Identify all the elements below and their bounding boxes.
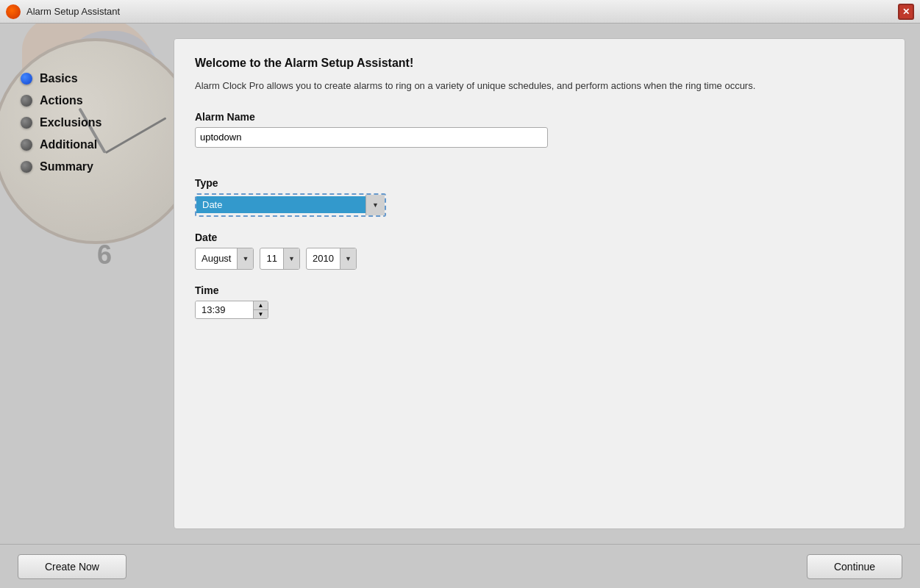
time-decrement-button[interactable]: ▼ [254,310,268,318]
sidebar-item-exclusions[interactable]: Exclusions [15,112,162,134]
main-content: 6 Basics Actions Exclusions [0,24,920,588]
alarm-name-input[interactable] [195,127,548,148]
type-group: Type Date ▼ [195,177,884,217]
time-input-wrapper: 13:39 ▲ ▼ [195,301,268,319]
time-group: Time 13:39 ▲ ▼ [195,284,884,319]
year-dropdown[interactable]: 2010 ▼ [306,248,357,270]
create-now-button[interactable]: Create Now [18,554,126,579]
date-group: Date August ▼ 11 ▼ [195,232,884,270]
sidebar-item-actions[interactable]: Actions [15,90,162,112]
bottom-bar: Create Now Continue [0,544,920,588]
day-arrow[interactable]: ▼ [283,248,299,269]
content-panel: Welcome to the Alarm Setup Assistant! Al… [174,38,905,529]
sidebar-dot-additional [21,139,32,151]
time-value: 13:39 [196,301,253,318]
app-icon [6,4,21,19]
sidebar-dot-summary [21,161,32,173]
sidebar-label-actions: Actions [40,94,83,107]
year-value: 2010 [307,250,340,267]
sidebar-label-additional: Additional [40,138,97,151]
sidebar-dot-actions [21,95,32,107]
type-dropdown-arrow[interactable]: ▼ [365,195,385,215]
title-bar: Alarm Setup Assistant ✕ [0,0,920,24]
year-arrow[interactable]: ▼ [340,248,356,269]
month-dropdown[interactable]: August ▼ [195,248,254,270]
month-value: August [196,250,237,267]
sidebar-label-basics: Basics [40,72,78,85]
alarm-name-group: Alarm Name [195,111,884,162]
continue-button[interactable]: Continue [807,554,902,579]
sidebar-label-exclusions: Exclusions [40,116,101,129]
type-selected-value: Date [196,196,365,213]
time-label: Time [195,284,884,296]
sidebar-item-additional[interactable]: Additional [15,134,162,156]
date-row: August ▼ 11 ▼ [195,248,884,270]
day-value: 11 [260,250,282,267]
date-label: Date [195,232,884,243]
alarm-name-label: Alarm Name [195,111,884,123]
type-label: Type [195,177,884,189]
month-arrow[interactable]: ▼ [237,248,253,269]
window-title: Alarm Setup Assistant [26,6,898,17]
sidebar-item-basics[interactable]: Basics [15,68,162,90]
sidebar-dot-basics [21,73,32,85]
chevron-down-icon: ▼ [243,255,249,262]
sidebar-label-summary: Summary [40,160,93,173]
time-arrows: ▲ ▼ [253,301,268,318]
welcome-description: Alarm Clock Pro allows you to create ala… [195,79,884,93]
window: Alarm Setup Assistant ✕ 6 Basics [0,0,920,588]
chevron-down-icon: ▼ [288,255,295,262]
day-dropdown[interactable]: 11 ▼ [260,248,299,270]
close-button[interactable]: ✕ [898,4,914,20]
type-dropdown[interactable]: Date ▼ [195,193,386,217]
sidebar: Basics Actions Exclusions Additional Sum… [15,38,162,529]
sidebar-dot-exclusions [21,117,32,129]
chevron-down-icon: ▼ [372,201,379,209]
welcome-title: Welcome to the Alarm Setup Assistant! [195,57,884,70]
inner-layout: Basics Actions Exclusions Additional Sum… [0,24,920,544]
sidebar-item-summary[interactable]: Summary [15,156,162,178]
time-increment-button[interactable]: ▲ [254,301,268,310]
chevron-down-icon: ▼ [345,255,352,262]
